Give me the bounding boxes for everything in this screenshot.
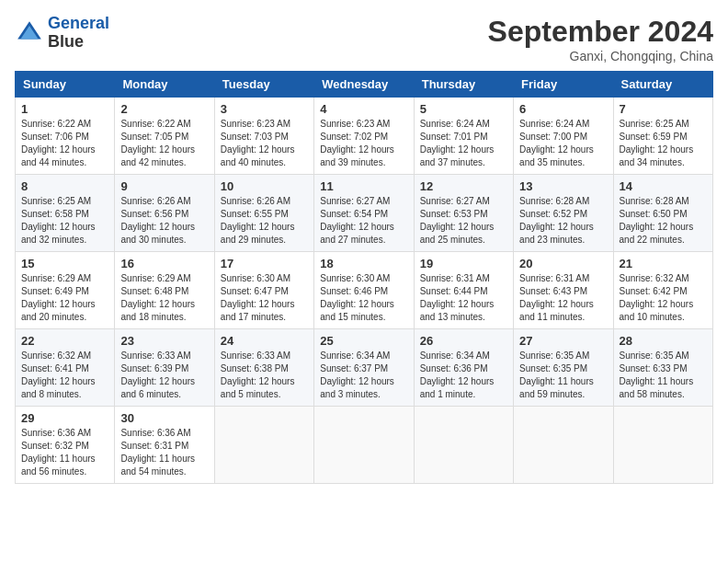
day-info: Sunrise: 6:33 AM Sunset: 6:39 PM Dayligh… [120, 350, 208, 401]
day-info: Sunrise: 6:30 AM Sunset: 6:46 PM Dayligh… [320, 272, 407, 324]
day-info: Sunrise: 6:30 AM Sunset: 6:47 PM Dayligh… [221, 272, 308, 324]
day-number: 11 [320, 179, 407, 193]
table-row: 18 Sunrise: 6:30 AM Sunset: 6:46 PM Dayl… [314, 252, 414, 329]
day-number: 10 [221, 179, 308, 193]
logo-icon [15, 18, 44, 48]
day-number: 25 [320, 334, 407, 348]
table-row: 23 Sunrise: 6:33 AM Sunset: 6:39 PM Dayl… [115, 329, 214, 407]
table-row: 24 Sunrise: 6:33 AM Sunset: 6:38 PM Dayl… [214, 329, 313, 407]
calendar-location: Ganxi, Chongqing, China [488, 49, 713, 63]
col-monday: Monday [115, 72, 214, 98]
day-number: 5 [420, 102, 507, 116]
day-number: 3 [221, 102, 308, 116]
page-header: GeneralBlue September 2024 Ganxi, Chongq… [15, 15, 713, 63]
day-info: Sunrise: 6:24 AM Sunset: 7:00 PM Dayligh… [519, 118, 607, 169]
day-number: 29 [21, 411, 108, 425]
day-number: 13 [519, 179, 607, 193]
day-info: Sunrise: 6:31 AM Sunset: 6:43 PM Dayligh… [519, 272, 607, 324]
logo-text: GeneralBlue [48, 15, 109, 52]
day-info: Sunrise: 6:29 AM Sunset: 6:48 PM Dayligh… [120, 272, 208, 324]
day-number: 28 [620, 334, 707, 348]
table-row: 6 Sunrise: 6:24 AM Sunset: 7:00 PM Dayli… [514, 98, 613, 175]
day-number: 15 [21, 257, 108, 270]
table-row: 1 Sunrise: 6:22 AM Sunset: 7:06 PM Dayli… [16, 98, 115, 175]
day-info: Sunrise: 6:23 AM Sunset: 7:03 PM Dayligh… [221, 118, 308, 169]
day-info: Sunrise: 6:26 AM Sunset: 6:55 PM Dayligh… [221, 195, 308, 247]
day-number: 22 [21, 334, 108, 348]
day-number: 24 [221, 334, 308, 348]
title-block: September 2024 Ganxi, Chongqing, China [488, 15, 713, 63]
day-info: Sunrise: 6:22 AM Sunset: 7:06 PM Dayligh… [21, 118, 108, 169]
table-row: 9 Sunrise: 6:26 AM Sunset: 6:56 PM Dayli… [115, 175, 214, 252]
day-number: 1 [21, 102, 108, 116]
day-number: 21 [620, 257, 707, 270]
day-info: Sunrise: 6:29 AM Sunset: 6:49 PM Dayligh… [21, 272, 108, 324]
day-info: Sunrise: 6:28 AM Sunset: 6:52 PM Dayligh… [519, 195, 607, 247]
calendar-week-row: 1 Sunrise: 6:22 AM Sunset: 7:06 PM Dayli… [16, 98, 713, 175]
table-row: 22 Sunrise: 6:32 AM Sunset: 6:41 PM Dayl… [16, 329, 115, 407]
calendar-table: Sunday Monday Tuesday Wednesday Thursday… [15, 71, 713, 484]
day-info: Sunrise: 6:24 AM Sunset: 7:01 PM Dayligh… [420, 118, 507, 169]
day-number: 19 [420, 257, 507, 270]
table-row: 21 Sunrise: 6:32 AM Sunset: 6:42 PM Dayl… [613, 252, 712, 329]
table-row: 5 Sunrise: 6:24 AM Sunset: 7:01 PM Dayli… [414, 98, 513, 175]
day-info: Sunrise: 6:33 AM Sunset: 6:38 PM Dayligh… [221, 350, 308, 401]
day-number: 30 [120, 411, 208, 425]
table-row: 2 Sunrise: 6:22 AM Sunset: 7:05 PM Dayli… [115, 98, 214, 175]
day-number: 2 [120, 102, 208, 116]
calendar-title: September 2024 [488, 15, 713, 49]
table-row: 28 Sunrise: 6:35 AM Sunset: 6:33 PM Dayl… [613, 329, 712, 407]
table-row: 26 Sunrise: 6:34 AM Sunset: 6:36 PM Dayl… [414, 329, 513, 407]
table-row: 16 Sunrise: 6:29 AM Sunset: 6:48 PM Dayl… [115, 252, 214, 329]
col-sunday: Sunday [16, 72, 115, 98]
table-row: 14 Sunrise: 6:28 AM Sunset: 6:50 PM Dayl… [613, 175, 712, 252]
table-row: 3 Sunrise: 6:23 AM Sunset: 7:03 PM Dayli… [214, 98, 313, 175]
table-row: 4 Sunrise: 6:23 AM Sunset: 7:02 PM Dayli… [314, 98, 414, 175]
table-row [314, 407, 414, 484]
table-row: 7 Sunrise: 6:25 AM Sunset: 6:59 PM Dayli… [613, 98, 712, 175]
calendar-header-row: Sunday Monday Tuesday Wednesday Thursday… [16, 72, 713, 98]
col-saturday: Saturday [613, 72, 712, 98]
table-row: 19 Sunrise: 6:31 AM Sunset: 6:44 PM Dayl… [414, 252, 513, 329]
day-number: 7 [620, 102, 707, 116]
calendar-week-row: 15 Sunrise: 6:29 AM Sunset: 6:49 PM Dayl… [16, 252, 713, 329]
col-wednesday: Wednesday [314, 72, 414, 98]
day-info: Sunrise: 6:26 AM Sunset: 6:56 PM Dayligh… [120, 195, 208, 247]
day-info: Sunrise: 6:25 AM Sunset: 6:59 PM Dayligh… [620, 118, 707, 169]
day-info: Sunrise: 6:35 AM Sunset: 6:33 PM Dayligh… [620, 350, 707, 401]
day-info: Sunrise: 6:23 AM Sunset: 7:02 PM Dayligh… [320, 118, 407, 169]
day-number: 4 [320, 102, 407, 116]
table-row: 11 Sunrise: 6:27 AM Sunset: 6:54 PM Dayl… [314, 175, 414, 252]
day-info: Sunrise: 6:36 AM Sunset: 6:31 PM Dayligh… [120, 427, 208, 478]
table-row [214, 407, 313, 484]
day-number: 27 [519, 334, 607, 348]
day-number: 23 [120, 334, 208, 348]
day-info: Sunrise: 6:31 AM Sunset: 6:44 PM Dayligh… [420, 272, 507, 324]
table-row: 27 Sunrise: 6:35 AM Sunset: 6:35 PM Dayl… [514, 329, 613, 407]
day-info: Sunrise: 6:25 AM Sunset: 6:58 PM Dayligh… [21, 195, 108, 247]
day-info: Sunrise: 6:28 AM Sunset: 6:50 PM Dayligh… [620, 195, 707, 247]
day-number: 17 [221, 257, 308, 270]
calendar-week-row: 29 Sunrise: 6:36 AM Sunset: 6:32 PM Dayl… [16, 407, 713, 484]
logo: GeneralBlue [15, 15, 109, 52]
day-number: 6 [519, 102, 607, 116]
table-row [414, 407, 513, 484]
day-number: 12 [420, 179, 507, 193]
day-info: Sunrise: 6:27 AM Sunset: 6:53 PM Dayligh… [420, 195, 507, 247]
day-number: 8 [21, 179, 108, 193]
table-row: 30 Sunrise: 6:36 AM Sunset: 6:31 PM Dayl… [115, 407, 214, 484]
day-info: Sunrise: 6:36 AM Sunset: 6:32 PM Dayligh… [21, 427, 108, 478]
table-row: 15 Sunrise: 6:29 AM Sunset: 6:49 PM Dayl… [16, 252, 115, 329]
day-number: 14 [620, 179, 707, 193]
table-row: 29 Sunrise: 6:36 AM Sunset: 6:32 PM Dayl… [16, 407, 115, 484]
table-row: 25 Sunrise: 6:34 AM Sunset: 6:37 PM Dayl… [314, 329, 414, 407]
table-row: 8 Sunrise: 6:25 AM Sunset: 6:58 PM Dayli… [16, 175, 115, 252]
calendar-week-row: 8 Sunrise: 6:25 AM Sunset: 6:58 PM Dayli… [16, 175, 713, 252]
day-number: 20 [519, 257, 607, 270]
calendar-week-row: 22 Sunrise: 6:32 AM Sunset: 6:41 PM Dayl… [16, 329, 713, 407]
day-info: Sunrise: 6:34 AM Sunset: 6:37 PM Dayligh… [320, 350, 407, 401]
table-row: 20 Sunrise: 6:31 AM Sunset: 6:43 PM Dayl… [514, 252, 613, 329]
table-row: 12 Sunrise: 6:27 AM Sunset: 6:53 PM Dayl… [414, 175, 513, 252]
table-row: 13 Sunrise: 6:28 AM Sunset: 6:52 PM Dayl… [514, 175, 613, 252]
day-info: Sunrise: 6:32 AM Sunset: 6:41 PM Dayligh… [21, 350, 108, 401]
